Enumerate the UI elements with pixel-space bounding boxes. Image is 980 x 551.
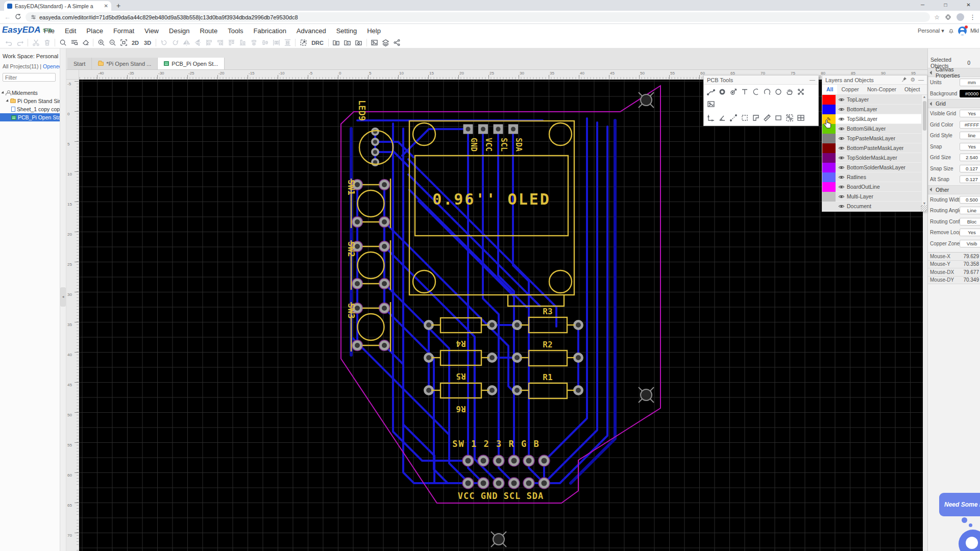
layer-row-topsoldermasklayer[interactable]: TopSolderMaskLayer <box>822 153 927 163</box>
fit-icon[interactable] <box>118 38 129 48</box>
menu-view[interactable]: View <box>139 27 164 35</box>
tree-item-pcb-pi-open-stand-cop[interactable]: PCB_Pi Open Stand cop <box>0 113 60 121</box>
menu-route[interactable]: Route <box>194 27 223 35</box>
extensions-icon[interactable] <box>945 14 951 20</box>
tool-meas-icon[interactable] <box>728 112 739 124</box>
layer-visibility-eye-icon[interactable] <box>836 96 847 103</box>
layer-color-swatch[interactable] <box>822 95 836 105</box>
rot-r-icon[interactable] <box>169 38 181 48</box>
3d-button[interactable]: 3D <box>141 38 154 48</box>
layer-row-document[interactable]: Document <box>822 202 927 211</box>
layer-row-toppastemasklayer[interactable]: TopPasteMaskLayer <box>822 134 927 143</box>
bell-icon[interactable] <box>948 28 954 34</box>
layer-visibility-eye-icon[interactable] <box>836 126 847 132</box>
layers-panel-header[interactable]: Layers and Objects ⚙ — <box>822 76 927 85</box>
tool-hand-icon[interactable] <box>784 86 795 98</box>
window-maximize-button[interactable]: □ <box>934 0 957 11</box>
panel-resize-grip[interactable] <box>921 205 927 211</box>
layer-visibility-eye-icon[interactable] <box>836 164 847 171</box>
al-t-icon[interactable] <box>226 38 237 48</box>
tool-dim-icon[interactable] <box>705 112 717 124</box>
pcb-canvas[interactable]: LED9 SW1 SW2 SW3 0.96'' OLED GND VCC SCL… <box>79 80 927 551</box>
menu-advanced[interactable]: Advanced <box>291 27 331 35</box>
window-close-button[interactable]: ✕ <box>957 0 980 11</box>
layer-row-toplayer[interactable]: TopLayer <box>822 95 927 105</box>
tool-group-icon[interactable] <box>784 112 795 124</box>
layers-tab-object[interactable]: Object <box>900 85 924 94</box>
layer-color-swatch[interactable] <box>822 134 836 143</box>
redo-icon[interactable] <box>14 38 26 48</box>
sidebar-collapse-handle[interactable]: ◂ <box>60 287 66 307</box>
drc-button[interactable]: DRC <box>309 38 326 48</box>
route-icon[interactable] <box>298 38 309 48</box>
al-l-icon[interactable] <box>203 38 214 48</box>
prop-value-field[interactable]: #FFFF <box>960 121 980 129</box>
tool-pad-icon[interactable] <box>717 86 728 98</box>
prop-value-field[interactable]: #0000 <box>960 90 980 97</box>
tree-expand-arrow[interactable] <box>1 91 5 94</box>
al-r-icon[interactable] <box>214 38 226 48</box>
layer-visibility-eye-icon[interactable] <box>836 174 847 181</box>
layer-visibility-eye-icon[interactable] <box>836 145 847 152</box>
prop-value-field[interactable]: line <box>960 132 980 139</box>
layers-scrollbar[interactable]: ▲▼ <box>921 95 927 211</box>
menu-setting[interactable]: Setting <box>331 27 362 35</box>
tool-text-icon[interactable] <box>739 86 750 98</box>
tool-track-icon[interactable] <box>705 86 717 98</box>
layer-row-bottomsilklayer[interactable]: BottomSilkLayer <box>822 124 927 134</box>
new-tab-button[interactable]: + <box>116 2 120 10</box>
menu-design[interactable]: Design <box>164 27 194 35</box>
workspace-dropdown[interactable]: Personal ▾ <box>918 28 944 34</box>
undo-icon[interactable] <box>3 38 14 48</box>
gear-icon[interactable]: ⚙ <box>910 77 915 83</box>
eraser-icon[interactable] <box>80 38 91 48</box>
trash-icon[interactable] <box>41 38 53 48</box>
flip-v-icon[interactable] <box>192 38 203 48</box>
tool-image-icon[interactable] <box>705 98 717 110</box>
user-avatar[interactable] <box>958 27 967 35</box>
layer-row-ratlines[interactable]: Ratlines <box>822 172 927 182</box>
tool-conn-icon[interactable] <box>795 86 806 98</box>
prop-value-field[interactable]: mm <box>960 79 980 86</box>
tree-item-sheet-1-copy-copy[interactable]: Sheet_1 copy copy <box>0 105 60 113</box>
layers-tab-all[interactable]: All <box>822 85 837 94</box>
dist-v-icon[interactable] <box>282 38 293 48</box>
photo-icon[interactable] <box>369 38 380 48</box>
layer-row-bottompastemasklayer[interactable]: BottomPasteMaskLayer <box>822 143 927 153</box>
prop-value-field[interactable]: Yes <box>960 229 980 236</box>
flip-h-icon[interactable] <box>181 38 192 48</box>
pcb-tools-minimize-icon[interactable]: — <box>810 77 815 83</box>
bookmark-star-icon[interactable]: ☆ <box>934 14 940 21</box>
tree-item-mklements[interactable]: Mklements <box>0 89 60 97</box>
layer-color-swatch[interactable] <box>822 192 836 202</box>
filter-input[interactable] <box>3 73 56 82</box>
menu-tools[interactable]: Tools <box>223 27 248 35</box>
refresh-icon[interactable] <box>15 13 21 21</box>
tool-dash-rect-icon[interactable] <box>739 112 750 124</box>
layer-visibility-eye-icon[interactable] <box>836 135 847 142</box>
section-header-other[interactable]: Other <box>928 185 980 194</box>
tool-arc-c-icon[interactable] <box>762 86 773 98</box>
menu-format[interactable]: Format <box>108 27 139 35</box>
pcb-tools-header[interactable]: PCB Tools — <box>704 76 818 85</box>
layer-color-swatch[interactable] <box>822 182 836 192</box>
layer-visibility-eye-icon[interactable] <box>836 193 847 200</box>
layer-color-swatch[interactable] <box>822 172 836 182</box>
layer-visibility-eye-icon[interactable] <box>836 116 847 122</box>
pin-icon[interactable] <box>901 77 907 83</box>
layer-color-swatch[interactable] <box>822 163 836 172</box>
prop-value-field[interactable]: Yes <box>960 110 980 117</box>
menu-edit[interactable]: Edit <box>60 27 81 35</box>
al-b-icon[interactable] <box>237 38 248 48</box>
al-cv-icon[interactable] <box>259 38 271 48</box>
doc-tab-start[interactable]: Start <box>67 58 92 69</box>
section-header-canvas-properties[interactable]: Canvas Properties <box>928 68 980 77</box>
cut-icon[interactable] <box>30 38 41 48</box>
url-field[interactable]: easyeda.com/editor#id=71d5bd9da6a44c829e… <box>26 12 930 22</box>
layer-row-boardoutline[interactable]: BoardOutLine <box>822 182 927 192</box>
share-icon[interactable] <box>391 38 403 48</box>
tool-circle-icon[interactable] <box>773 86 784 98</box>
layers-tab-non-copper[interactable]: Non-Copper <box>863 85 900 94</box>
browser-tab[interactable]: EasyEDA(Standard) - A Simple a ✕ <box>4 1 111 11</box>
tab-close-icon[interactable]: ✕ <box>104 3 108 9</box>
